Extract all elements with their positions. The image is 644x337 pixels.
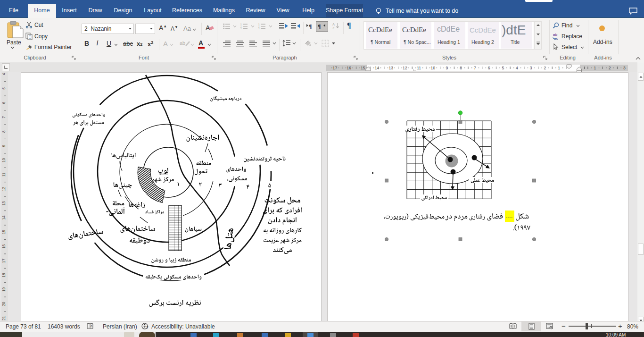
svg-text:16: 16 [347,66,351,70]
svg-text:14: 14 [1,215,6,220]
svg-text:7: 7 [474,66,476,70]
svg-text:12: 12 [1,186,6,191]
svg-text:7: 7 [1,116,6,118]
svg-text:ab: ab [180,40,185,46]
svg-text:17: 17 [333,66,338,70]
svg-text:13: 13 [388,66,393,70]
svg-text:14: 14 [375,66,380,70]
svg-text:¶: ¶ [309,23,312,29]
svg-text:11: 11 [1,172,6,177]
svg-text:9: 9 [446,66,448,70]
svg-text:18: 18 [1,273,6,278]
svg-text:12: 12 [403,66,407,70]
svg-text:3: 3 [530,66,532,70]
svg-text:6: 6 [1,101,6,104]
svg-text:6: 6 [488,66,490,70]
svg-text:Z: Z [332,26,335,30]
svg-text:8: 8 [1,130,6,133]
svg-text:2: 2 [544,66,546,70]
svg-text:ac: ac [554,36,558,40]
svg-text:5: 5 [1,87,6,90]
svg-text:21: 21 [1,316,6,320]
svg-text:8: 8 [460,66,462,70]
svg-text:13: 13 [1,201,6,206]
svg-text:3: 3 [258,27,260,29]
svg-text:20: 20 [1,302,6,306]
svg-text:17: 17 [1,259,6,263]
svg-text:10: 10 [1,158,6,163]
svg-text:?: ? [146,325,149,329]
svg-text:5: 5 [502,66,504,70]
svg-text:4: 4 [1,73,6,75]
svg-text:4: 4 [516,66,518,70]
svg-text:¶: ¶ [318,23,321,29]
svg-text:15: 15 [1,230,6,235]
svg-text:16: 16 [1,244,6,249]
svg-text:x: x [91,324,92,327]
svg-text:1: 1 [594,66,596,70]
svg-text:2: 2 [609,66,611,70]
svg-text:10: 10 [431,66,436,70]
svg-text:15: 15 [361,66,365,70]
svg-text:3: 3 [623,66,626,70]
svg-text:11: 11 [417,66,421,70]
svg-text:19: 19 [1,287,6,292]
svg-text:3: 3 [240,27,242,29]
svg-text:9: 9 [1,145,6,147]
svg-text:1: 1 [558,66,560,70]
